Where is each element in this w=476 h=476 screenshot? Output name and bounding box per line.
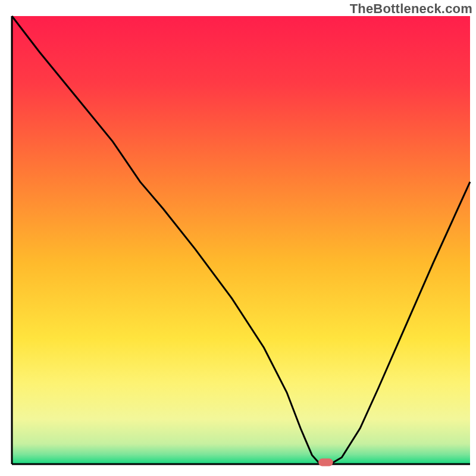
chart-container: TheBottleneck.com	[0, 0, 476, 476]
watermark-label: TheBottleneck.com	[350, 1, 472, 17]
optimal-marker	[318, 459, 333, 466]
chart-svg	[0, 0, 476, 476]
plot-background	[12, 16, 470, 464]
